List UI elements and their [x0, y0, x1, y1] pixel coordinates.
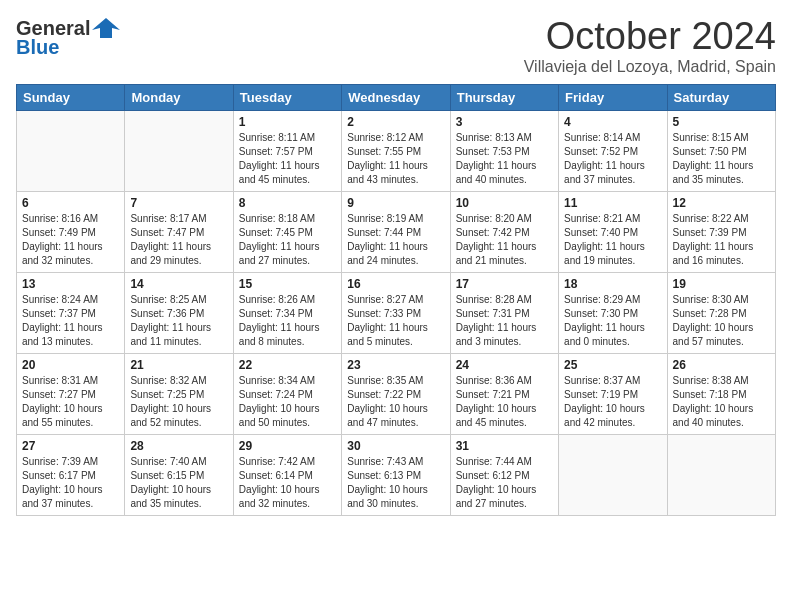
day-info: Sunrise: 8:14 AM Sunset: 7:52 PM Dayligh…	[564, 131, 661, 187]
weekday-header-monday: Monday	[125, 84, 233, 110]
calendar-cell: 8Sunrise: 8:18 AM Sunset: 7:45 PM Daylig…	[233, 191, 341, 272]
calendar-cell: 25Sunrise: 8:37 AM Sunset: 7:19 PM Dayli…	[559, 353, 667, 434]
day-number: 24	[456, 358, 553, 372]
calendar-cell: 18Sunrise: 8:29 AM Sunset: 7:30 PM Dayli…	[559, 272, 667, 353]
day-number: 19	[673, 277, 770, 291]
calendar-week-row: 27Sunrise: 7:39 AM Sunset: 6:17 PM Dayli…	[17, 434, 776, 515]
calendar-cell: 5Sunrise: 8:15 AM Sunset: 7:50 PM Daylig…	[667, 110, 775, 191]
calendar-week-row: 13Sunrise: 8:24 AM Sunset: 7:37 PM Dayli…	[17, 272, 776, 353]
calendar-cell: 6Sunrise: 8:16 AM Sunset: 7:49 PM Daylig…	[17, 191, 125, 272]
calendar-cell: 10Sunrise: 8:20 AM Sunset: 7:42 PM Dayli…	[450, 191, 558, 272]
calendar-cell	[559, 434, 667, 515]
calendar-cell: 12Sunrise: 8:22 AM Sunset: 7:39 PM Dayli…	[667, 191, 775, 272]
logo-bird-icon	[92, 16, 120, 40]
day-info: Sunrise: 7:40 AM Sunset: 6:15 PM Dayligh…	[130, 455, 227, 511]
day-info: Sunrise: 8:38 AM Sunset: 7:18 PM Dayligh…	[673, 374, 770, 430]
day-number: 15	[239, 277, 336, 291]
day-number: 7	[130, 196, 227, 210]
day-info: Sunrise: 8:20 AM Sunset: 7:42 PM Dayligh…	[456, 212, 553, 268]
day-number: 20	[22, 358, 119, 372]
day-info: Sunrise: 7:39 AM Sunset: 6:17 PM Dayligh…	[22, 455, 119, 511]
calendar-table: SundayMondayTuesdayWednesdayThursdayFrid…	[16, 84, 776, 516]
weekday-header-sunday: Sunday	[17, 84, 125, 110]
weekday-header-saturday: Saturday	[667, 84, 775, 110]
day-number: 17	[456, 277, 553, 291]
day-info: Sunrise: 8:24 AM Sunset: 7:37 PM Dayligh…	[22, 293, 119, 349]
day-number: 26	[673, 358, 770, 372]
day-info: Sunrise: 8:31 AM Sunset: 7:27 PM Dayligh…	[22, 374, 119, 430]
calendar-cell: 13Sunrise: 8:24 AM Sunset: 7:37 PM Dayli…	[17, 272, 125, 353]
day-info: Sunrise: 7:43 AM Sunset: 6:13 PM Dayligh…	[347, 455, 444, 511]
day-info: Sunrise: 8:28 AM Sunset: 7:31 PM Dayligh…	[456, 293, 553, 349]
calendar-cell: 9Sunrise: 8:19 AM Sunset: 7:44 PM Daylig…	[342, 191, 450, 272]
day-number: 13	[22, 277, 119, 291]
weekday-header-tuesday: Tuesday	[233, 84, 341, 110]
calendar-cell: 29Sunrise: 7:42 AM Sunset: 6:14 PM Dayli…	[233, 434, 341, 515]
day-info: Sunrise: 8:11 AM Sunset: 7:57 PM Dayligh…	[239, 131, 336, 187]
location-subtitle: Villavieja del Lozoya, Madrid, Spain	[524, 58, 776, 76]
calendar-cell: 14Sunrise: 8:25 AM Sunset: 7:36 PM Dayli…	[125, 272, 233, 353]
day-number: 30	[347, 439, 444, 453]
day-number: 21	[130, 358, 227, 372]
day-number: 22	[239, 358, 336, 372]
day-number: 5	[673, 115, 770, 129]
day-number: 9	[347, 196, 444, 210]
day-info: Sunrise: 8:15 AM Sunset: 7:50 PM Dayligh…	[673, 131, 770, 187]
day-info: Sunrise: 8:29 AM Sunset: 7:30 PM Dayligh…	[564, 293, 661, 349]
day-info: Sunrise: 7:44 AM Sunset: 6:12 PM Dayligh…	[456, 455, 553, 511]
day-info: Sunrise: 8:32 AM Sunset: 7:25 PM Dayligh…	[130, 374, 227, 430]
calendar-cell: 16Sunrise: 8:27 AM Sunset: 7:33 PM Dayli…	[342, 272, 450, 353]
calendar-cell: 21Sunrise: 8:32 AM Sunset: 7:25 PM Dayli…	[125, 353, 233, 434]
day-info: Sunrise: 8:13 AM Sunset: 7:53 PM Dayligh…	[456, 131, 553, 187]
calendar-cell: 19Sunrise: 8:30 AM Sunset: 7:28 PM Dayli…	[667, 272, 775, 353]
calendar-cell: 27Sunrise: 7:39 AM Sunset: 6:17 PM Dayli…	[17, 434, 125, 515]
calendar-cell: 4Sunrise: 8:14 AM Sunset: 7:52 PM Daylig…	[559, 110, 667, 191]
day-info: Sunrise: 8:35 AM Sunset: 7:22 PM Dayligh…	[347, 374, 444, 430]
calendar-cell: 31Sunrise: 7:44 AM Sunset: 6:12 PM Dayli…	[450, 434, 558, 515]
day-info: Sunrise: 8:12 AM Sunset: 7:55 PM Dayligh…	[347, 131, 444, 187]
month-title: October 2024	[524, 16, 776, 58]
day-number: 4	[564, 115, 661, 129]
day-number: 27	[22, 439, 119, 453]
day-number: 8	[239, 196, 336, 210]
day-info: Sunrise: 8:30 AM Sunset: 7:28 PM Dayligh…	[673, 293, 770, 349]
calendar-cell: 30Sunrise: 7:43 AM Sunset: 6:13 PM Dayli…	[342, 434, 450, 515]
day-info: Sunrise: 8:37 AM Sunset: 7:19 PM Dayligh…	[564, 374, 661, 430]
calendar-cell: 2Sunrise: 8:12 AM Sunset: 7:55 PM Daylig…	[342, 110, 450, 191]
title-section: October 2024 Villavieja del Lozoya, Madr…	[524, 16, 776, 76]
logo: General Blue	[16, 16, 120, 59]
day-info: Sunrise: 8:19 AM Sunset: 7:44 PM Dayligh…	[347, 212, 444, 268]
weekday-header-friday: Friday	[559, 84, 667, 110]
calendar-cell	[667, 434, 775, 515]
day-number: 16	[347, 277, 444, 291]
day-number: 3	[456, 115, 553, 129]
calendar-week-row: 1Sunrise: 8:11 AM Sunset: 7:57 PM Daylig…	[17, 110, 776, 191]
day-number: 1	[239, 115, 336, 129]
calendar-cell	[125, 110, 233, 191]
calendar-cell	[17, 110, 125, 191]
day-info: Sunrise: 8:27 AM Sunset: 7:33 PM Dayligh…	[347, 293, 444, 349]
day-number: 25	[564, 358, 661, 372]
day-info: Sunrise: 8:26 AM Sunset: 7:34 PM Dayligh…	[239, 293, 336, 349]
calendar-week-row: 20Sunrise: 8:31 AM Sunset: 7:27 PM Dayli…	[17, 353, 776, 434]
calendar-cell: 24Sunrise: 8:36 AM Sunset: 7:21 PM Dayli…	[450, 353, 558, 434]
day-info: Sunrise: 8:36 AM Sunset: 7:21 PM Dayligh…	[456, 374, 553, 430]
day-number: 29	[239, 439, 336, 453]
day-number: 11	[564, 196, 661, 210]
day-info: Sunrise: 8:21 AM Sunset: 7:40 PM Dayligh…	[564, 212, 661, 268]
day-info: Sunrise: 8:25 AM Sunset: 7:36 PM Dayligh…	[130, 293, 227, 349]
day-number: 2	[347, 115, 444, 129]
day-info: Sunrise: 8:18 AM Sunset: 7:45 PM Dayligh…	[239, 212, 336, 268]
day-info: Sunrise: 8:17 AM Sunset: 7:47 PM Dayligh…	[130, 212, 227, 268]
calendar-cell: 28Sunrise: 7:40 AM Sunset: 6:15 PM Dayli…	[125, 434, 233, 515]
calendar-cell: 1Sunrise: 8:11 AM Sunset: 7:57 PM Daylig…	[233, 110, 341, 191]
weekday-header-thursday: Thursday	[450, 84, 558, 110]
day-info: Sunrise: 8:16 AM Sunset: 7:49 PM Dayligh…	[22, 212, 119, 268]
day-info: Sunrise: 8:34 AM Sunset: 7:24 PM Dayligh…	[239, 374, 336, 430]
calendar-cell: 15Sunrise: 8:26 AM Sunset: 7:34 PM Dayli…	[233, 272, 341, 353]
weekday-header-wednesday: Wednesday	[342, 84, 450, 110]
calendar-cell: 22Sunrise: 8:34 AM Sunset: 7:24 PM Dayli…	[233, 353, 341, 434]
day-number: 18	[564, 277, 661, 291]
svg-marker-0	[92, 18, 120, 38]
calendar-cell: 7Sunrise: 8:17 AM Sunset: 7:47 PM Daylig…	[125, 191, 233, 272]
